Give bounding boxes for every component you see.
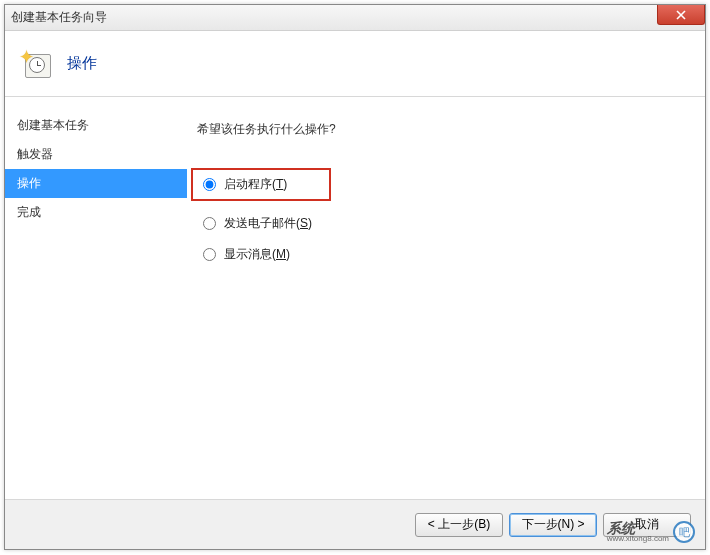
wizard-header: ✦ 操作 xyxy=(5,31,705,97)
close-icon xyxy=(676,10,686,20)
page-title: 操作 xyxy=(67,54,97,73)
window-title: 创建基本任务向导 xyxy=(11,9,107,26)
label-send-email: 发送电子邮件(S) xyxy=(224,215,312,232)
cancel-button[interactable]: 取消 xyxy=(603,513,691,537)
radio-show-message[interactable] xyxy=(203,248,216,261)
sidebar-item-create-task[interactable]: 创建基本任务 xyxy=(5,111,187,140)
sidebar-item-trigger[interactable]: 触发器 xyxy=(5,140,187,169)
option-send-email[interactable]: 发送电子邮件(S) xyxy=(203,215,685,232)
wizard-steps-sidebar: 创建基本任务 触发器 操作 完成 xyxy=(5,97,187,499)
task-scheduler-icon: ✦ xyxy=(21,48,53,80)
radio-send-email[interactable] xyxy=(203,217,216,230)
option-show-message[interactable]: 显示消息(M) xyxy=(203,246,685,263)
action-options: 启动程序(T) 发送电子邮件(S) 显示消息(M) xyxy=(203,168,685,263)
next-button[interactable]: 下一步(N) > xyxy=(509,513,597,537)
back-button[interactable]: < 上一步(B) xyxy=(415,513,503,537)
action-prompt: 希望该任务执行什么操作? xyxy=(197,121,685,138)
label-show-message: 显示消息(M) xyxy=(224,246,290,263)
sidebar-item-finish[interactable]: 完成 xyxy=(5,198,187,227)
option-start-program[interactable]: 启动程序(T) xyxy=(191,168,331,201)
sidebar-item-action[interactable]: 操作 xyxy=(5,169,187,198)
close-button[interactable] xyxy=(657,5,705,25)
wizard-window: 创建基本任务向导 ✦ 操作 创建基本任务 触发器 操作 完成 希望该任务执行什么… xyxy=(4,4,706,550)
radio-start-program[interactable] xyxy=(203,178,216,191)
wizard-body: 创建基本任务 触发器 操作 完成 希望该任务执行什么操作? 启动程序(T) 发送… xyxy=(5,97,705,499)
wizard-footer: < 上一步(B) 下一步(N) > 取消 系统 www.xitong8.com … xyxy=(5,499,705,549)
label-start-program: 启动程序(T) xyxy=(224,176,287,193)
titlebar: 创建基本任务向导 xyxy=(5,5,705,31)
wizard-content: 希望该任务执行什么操作? 启动程序(T) 发送电子邮件(S) 显示消息(M) xyxy=(187,97,705,499)
